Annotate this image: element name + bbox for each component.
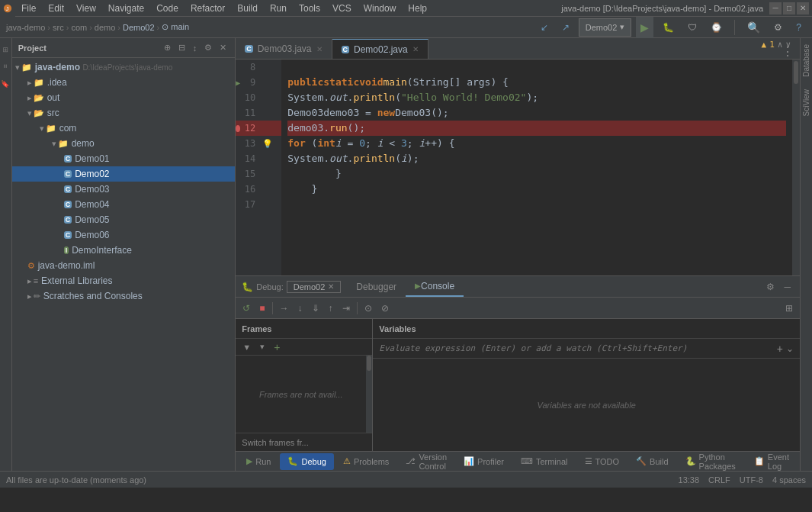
menu-file[interactable]: File [15,0,42,16]
sciview-panel-button[interactable]: SciView [801,83,812,122]
tree-item-root[interactable]: ▾ 📁 java-demo D:\IdeaProjects\java-demo [12,60,236,75]
code-content[interactable]: public static void main(String[] args) {… [281,60,792,275]
tab-debug[interactable]: 🐛 Debug [280,453,333,470]
tree-item-ext-libs[interactable]: ▸ ≡ External Libraries [12,273,236,288]
tab-Demo03[interactable]: C Demo03.java ✕ [236,39,332,59]
step-out-button[interactable]: ↑ [325,299,337,317]
step-over-button[interactable]: → [276,299,293,317]
status-encoding[interactable]: UTF-8 [740,475,763,485]
tab-profiler[interactable]: 📊 Profiler [456,453,512,470]
search-button[interactable]: 🔍 [743,17,765,38]
rerun-button[interactable]: ↺ [239,299,254,317]
bc-com[interactable]: com [71,23,87,32]
filter-expand-button[interactable]: ▾ [256,338,268,356]
status-indent[interactable]: 4 spaces [772,475,806,485]
tree-item-com[interactable]: ▾ 📁 com [12,121,236,136]
tab-event-log[interactable]: 📋 Event Log [746,453,797,470]
settings-gear-button[interactable]: ⚙ [202,42,214,53]
new-folder-button[interactable]: ⊕ [162,42,173,53]
maximize-button[interactable]: □ [783,2,795,14]
panel-close-button[interactable]: ✕ [217,42,229,53]
menu-window[interactable]: Window [358,0,403,16]
tree-item-idea[interactable]: ▸ 📁 .idea [12,75,236,90]
step-into-button[interactable]: ↓ [294,299,307,317]
force-step-into-button[interactable]: ⇓ [308,299,323,317]
tab-terminal[interactable]: ⌨ Terminal [513,453,576,470]
tree-item-Demo01[interactable]: C Demo01 [12,151,236,166]
menu-help[interactable]: Help [402,0,433,16]
menu-build[interactable]: Build [231,0,264,16]
bc-demo[interactable]: demo [95,23,116,32]
tab-run[interactable]: ▶ Run [239,453,278,470]
status-time[interactable]: 13:38 [679,475,700,485]
expand-watches-button[interactable]: ⌄ [786,343,794,354]
add-watch-button[interactable]: + [777,343,783,355]
menu-edit[interactable]: Edit [42,0,70,16]
stop-button[interactable]: ■ [255,299,268,317]
database-panel-button[interactable]: Database [801,38,812,83]
help-button[interactable]: ? [791,17,806,38]
frames-scrollbar[interactable] [366,356,372,433]
tab-Demo03-close[interactable]: ✕ [316,45,323,53]
menu-refactor[interactable]: Refactor [185,0,231,16]
tree-item-DemoInterface[interactable]: I DemoInterface [12,243,236,258]
menu-run[interactable]: Run [264,0,293,16]
tree-item-Demo04[interactable]: C Demo04 [12,197,236,212]
debug-config-badge[interactable]: Demo02 ✕ [287,281,342,293]
tree-item-Demo06[interactable]: C Demo06 [12,227,236,243]
bc-project[interactable]: java-demo [6,23,45,32]
tree-item-iml[interactable]: ⚙ java-demo.iml [12,258,236,273]
sidebar-structure-icon[interactable]: ≡ [0,61,11,72]
tab-build[interactable]: 🔨 Build [628,453,676,470]
minimize-button[interactable]: ─ [769,2,782,14]
collapse-all-button[interactable]: ⊟ [176,42,188,53]
menu-view[interactable]: View [70,0,102,16]
menu-navigate[interactable]: Navigate [102,0,150,16]
menu-code[interactable]: Code [150,0,185,16]
sidebar-bookmarks-icon[interactable]: 🔖 [0,78,11,89]
switch-frames-button[interactable]: Switch frames fr... [236,433,372,451]
debug-close-icon[interactable]: ✕ [328,282,334,291]
sidebar-project-icon[interactable]: ⊞ [0,44,11,55]
close-button[interactable]: ✕ [797,2,809,14]
tab-python[interactable]: 🐍 Python Packages [678,453,743,470]
coverage-button[interactable]: 🛡 [683,17,701,38]
debug-button[interactable]: 🐛 [658,17,679,38]
sort-button[interactable]: ↕ [191,42,200,53]
menu-vcs[interactable]: VCS [326,0,358,16]
debug-settings-button[interactable]: ⚙ [763,281,778,293]
tab-debugger[interactable]: Debugger [347,276,406,297]
bc-src[interactable]: src [53,23,64,32]
tree-item-Demo05[interactable]: C Demo05 [12,212,236,227]
profile-button[interactable]: ⌚ [706,17,727,38]
filter-frames-button[interactable]: ▼ [239,338,255,356]
tab-todo[interactable]: ☰ TODO [577,453,627,470]
tab-version-control[interactable]: ⎇ Version Control [398,453,454,470]
menu-tools[interactable]: Tools [293,0,326,16]
debug-minimize-button[interactable]: ─ [781,281,794,293]
view-breakpoints-button[interactable]: ⊙ [361,299,376,317]
mute-breakpoints-button[interactable]: ⊘ [377,299,393,317]
tab-Demo02[interactable]: C Demo02.java ✕ [332,39,428,59]
vcs-update-button[interactable]: ↙ [536,17,553,38]
tree-item-src[interactable]: ▾ 📂 src [12,105,236,121]
run-config-selector[interactable]: Demo02 ▾ [579,18,632,37]
tab-problems[interactable]: ⚠ Problems [335,453,396,470]
tree-item-Demo02[interactable]: C Demo02 [12,166,236,182]
run-button[interactable]: ▶ [636,17,653,38]
evaluate-expression-input[interactable] [379,343,774,353]
tree-item-Demo03[interactable]: C Demo03 [12,182,236,197]
restore-layout-button[interactable]: ⊞ [782,299,797,317]
tab-Demo02-close[interactable]: ✕ [412,45,419,53]
editor-scrollbar[interactable] [792,60,800,275]
vcs-push-button[interactable]: ↗ [557,17,574,38]
tree-item-demo[interactable]: ▾ 📁 demo [12,136,236,151]
add-frame-button[interactable]: + [270,338,284,356]
tab-console[interactable]: ▶ Console [406,276,464,297]
bc-method[interactable]: ⊙ main [162,22,189,32]
settings-button[interactable]: ⚙ [769,17,787,38]
tree-item-out[interactable]: ▸ 📂 out [12,90,236,105]
tree-item-scratches[interactable]: ▸ ✏ Scratches and Consoles [12,288,236,304]
run-to-cursor-button[interactable]: ⇥ [339,299,354,317]
status-line-ending[interactable]: CRLF [708,475,730,485]
